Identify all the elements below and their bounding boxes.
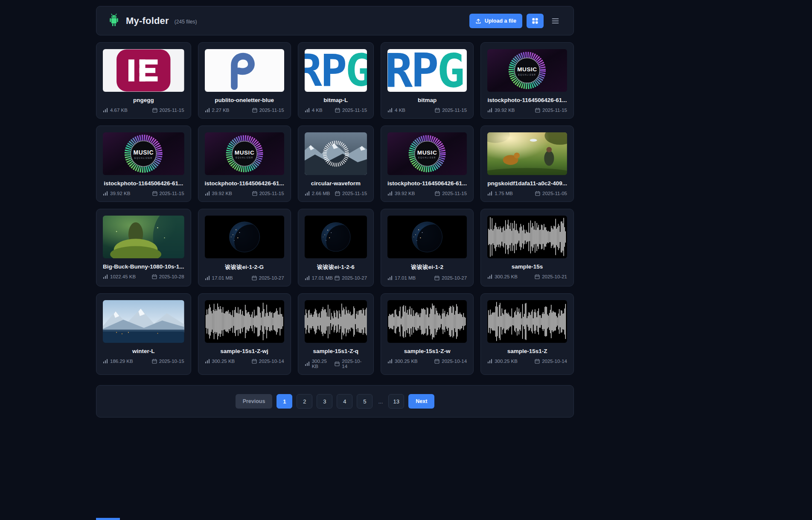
file-card[interactable]: Big-Buck-Bunny-1080-10s-1... 1022.45 KB — [96, 209, 191, 286]
file-size-icon — [305, 108, 310, 113]
grid-view-button[interactable] — [527, 14, 544, 28]
upload-button[interactable]: Upload a file — [469, 14, 522, 28]
file-meta: 17.01 MB 2025-10-27 — [305, 275, 367, 280]
file-date-item: 2025-11-15 — [435, 108, 467, 113]
file-card[interactable]: 诶诶诶ei-1-2 17.01 MB — [381, 209, 474, 286]
file-thumbnail-audio-waveform — [387, 300, 467, 343]
file-name: sample-15s1-Z-q — [305, 348, 367, 354]
file-size-item: 4.67 KB — [103, 108, 128, 113]
calendar-icon — [335, 108, 340, 113]
file-date: 2025-10-14 — [342, 359, 367, 369]
file-date: 2025-10-27 — [342, 275, 367, 280]
svg-text:MUSIC: MUSIC — [417, 149, 437, 156]
file-name: 诶诶诶ei-1-2 — [387, 263, 467, 271]
file-card[interactable]: MUSICEQUALIZER istockphoto-1164506426-61… — [381, 126, 474, 202]
file-card[interactable]: pngegg 4.67 KB — [96, 42, 191, 119]
file-card[interactable]: circular-waveform 2.66 MB — [298, 126, 374, 202]
file-card[interactable]: publito-oneletter-blue 2.27 KB — [198, 42, 291, 119]
file-date: 2025-11-15 — [342, 108, 367, 113]
file-size-item: 17.01 MB — [305, 275, 333, 280]
file-thumbnail-music-equalizer: MUSICEQUALIZER — [387, 132, 467, 175]
file-meta: 300.25 KB 2025-10-14 — [305, 359, 367, 369]
file-size: 1022.45 KB — [110, 274, 136, 279]
file-card[interactable]: MUSICEQUALIZER istockphoto-1164506426-61… — [198, 126, 291, 202]
page-button-1[interactable]: 1 — [276, 394, 292, 409]
calendar-icon — [152, 108, 157, 113]
page-button-5[interactable]: 5 — [357, 394, 373, 409]
file-thumbnail-bunny-forest-photo — [103, 216, 184, 258]
file-card[interactable]: sample-15s1-Z-w 300.25 KB — [381, 293, 474, 375]
file-thumbnail-earth-night — [305, 216, 367, 258]
page-button-2[interactable]: 2 — [297, 394, 312, 409]
file-size: 17.01 MB — [312, 275, 333, 280]
file-card[interactable]: 诶诶诶ei-1-2-G 17.01 MB — [198, 209, 291, 286]
file-size: 300.25 KB — [395, 359, 418, 364]
file-card[interactable]: RPG bitmap-L 4 KB — [298, 42, 374, 119]
file-meta: 4 KB 2025-11-15 — [387, 108, 467, 113]
file-size-item: 39.92 KB — [487, 108, 515, 113]
file-size-item: 17.01 MB — [205, 275, 233, 280]
list-view-button[interactable] — [548, 14, 562, 28]
file-date-item: 2025-10-27 — [335, 275, 367, 280]
file-meta: 186.29 KB 2025-10-15 — [103, 359, 184, 364]
file-size-icon — [487, 108, 492, 113]
file-meta: 300.25 KB 2025-10-14 — [205, 359, 284, 364]
page-number-list: 12345...13 — [276, 394, 404, 409]
file-meta: 4.67 KB 2025-11-15 — [103, 108, 184, 113]
file-size-icon — [387, 275, 393, 280]
file-name: Big-Buck-Bunny-1080-10s-1... — [103, 263, 184, 270]
file-card[interactable]: MUSICEQUALIZER istockphoto-1164506426-61… — [96, 126, 191, 202]
file-size-icon — [205, 191, 210, 196]
file-date-item: 2025-10-14 — [434, 359, 467, 364]
file-size-item: 300.25 KB — [487, 274, 518, 279]
svg-text:RPG: RPG — [305, 49, 367, 92]
page-button-3[interactable]: 3 — [317, 394, 332, 409]
pagination-ellipsis: ... — [377, 398, 384, 405]
file-size: 39.92 KB — [395, 191, 415, 196]
page-button-13[interactable]: 13 — [388, 394, 404, 409]
next-page-button[interactable]: Next — [408, 394, 434, 409]
file-name: circular-waveform — [305, 180, 367, 187]
file-date-item: 2025-11-15 — [252, 191, 284, 196]
file-date: 2025-11-05 — [542, 191, 567, 196]
file-meta: 39.92 KB 2025-11-15 — [103, 191, 184, 196]
svg-text:EQUALIZER: EQUALIZER — [134, 157, 153, 159]
file-date: 2025-10-14 — [259, 359, 284, 364]
svg-text:MUSIC: MUSIC — [234, 149, 254, 156]
file-meta: 39.92 KB 2025-11-15 — [487, 108, 567, 113]
file-size-item: 300.25 KB — [205, 359, 235, 364]
grid-view-icon — [532, 18, 538, 24]
file-card[interactable]: sample-15s1-Z-q 300.25 KB — [298, 293, 374, 375]
previous-page-button[interactable]: Previous — [236, 394, 273, 409]
file-name: winter-L — [103, 348, 184, 354]
file-date: 2025-11-15 — [442, 191, 467, 196]
page-button-4[interactable]: 4 — [337, 394, 352, 409]
svg-text:RPG: RPG — [387, 49, 463, 92]
file-date-item: 2025-11-15 — [435, 191, 467, 196]
file-card[interactable]: sample-15s1-Z 300.25 KB — [480, 293, 574, 375]
file-card[interactable]: 诶诶诶ei-1-2-6 17.01 MB — [298, 209, 374, 286]
file-card[interactable]: winter-L 186.29 KB — [96, 293, 191, 375]
calendar-icon — [252, 275, 257, 280]
file-size: 4 KB — [395, 108, 405, 113]
file-date-item: 2025-11-15 — [152, 191, 184, 196]
file-name: sample-15s — [487, 263, 567, 270]
file-card[interactable]: pngskoidf1dafa11-a0c2-409... 1.75 MB — [480, 126, 574, 202]
file-name: bitmap — [387, 97, 467, 103]
file-card[interactable]: sample-15s 300.25 KB — [480, 209, 574, 286]
file-card[interactable]: sample-15s1-Z-wj 300.25 KB — [198, 293, 291, 375]
file-thumbnail-circular-waveform — [305, 132, 367, 175]
android-icon — [108, 13, 120, 29]
file-size-icon — [387, 191, 393, 196]
file-meta: 300.25 KB 2025-10-21 — [487, 274, 567, 279]
file-size: 4.67 KB — [110, 108, 128, 113]
calendar-icon — [435, 191, 440, 196]
file-card[interactable]: RPG bitmap 4 KB — [381, 42, 474, 119]
file-name: pngegg — [103, 97, 184, 103]
file-size: 4 KB — [312, 108, 323, 113]
file-size-icon — [103, 274, 108, 279]
file-date: 2025-10-27 — [259, 275, 284, 280]
file-card[interactable]: MUSICEQUALIZER istockphoto-1164506426-61… — [480, 42, 574, 119]
file-meta: 1022.45 KB 2025-10-28 — [103, 274, 184, 279]
file-size-item: 2.27 KB — [205, 108, 230, 113]
